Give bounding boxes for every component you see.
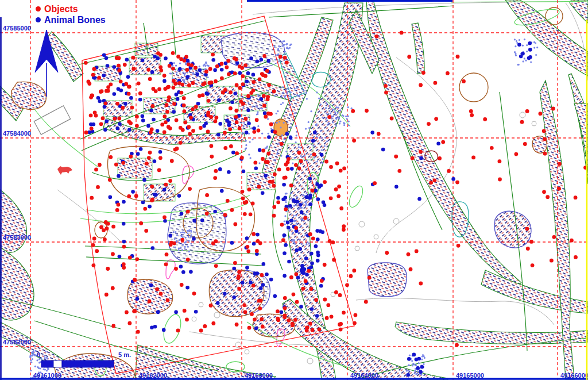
x-tick-label: 49165000 (456, 372, 484, 379)
x-tick-label: 49166000 (560, 372, 588, 379)
y-tick-label: 47582000 (3, 339, 31, 346)
x-tick-label: 49161000 (33, 372, 61, 379)
animal-bones-marker-icon (36, 17, 41, 22)
scale-bar-segment (41, 360, 53, 367)
legend-label-animal-bones: Animal Bones (44, 15, 106, 25)
y-tick-label: 47585000 (3, 25, 31, 32)
x-tick-label: 49164000 (350, 372, 378, 379)
site-map: 4916100049162000491630004916400049165000… (0, 0, 588, 380)
x-tick-label: 49163000 (245, 372, 273, 379)
objects-marker-icon (36, 6, 41, 11)
scale-bar-end-label: 5 m. (118, 351, 131, 358)
legend-item-objects: Objects (36, 3, 106, 14)
scale-bar-segment (53, 360, 62, 367)
x-tick-label: 49162000 (139, 372, 167, 379)
animal-silhouette (57, 166, 72, 175)
y-tick-label: 47583000 (3, 234, 31, 241)
legend: Objects Animal Bones (36, 3, 106, 25)
scale-bar-segment (62, 360, 114, 367)
y-tick-label: 47584000 (3, 130, 31, 137)
map-canvas: 4916100049162000491630004916400049165000… (0, 0, 588, 380)
legend-item-animal-bones: Animal Bones (36, 14, 106, 25)
legend-label-objects: Objects (44, 4, 78, 14)
scale-bar-zero-label: 0 (37, 351, 40, 358)
